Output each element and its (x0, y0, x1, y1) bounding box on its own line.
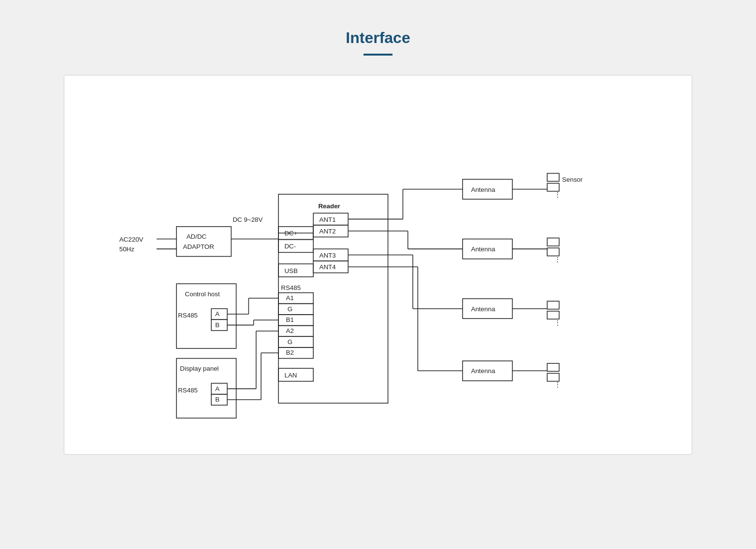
svg-rect-10 (278, 293, 313, 304)
antenna3-label: Antenna (471, 305, 495, 313)
page-title: Interface (346, 29, 410, 47)
usb-label: USB (284, 267, 298, 274)
interface-svg: AC220V 50Hz AD/DC ADAPTOR DC 9~28V Reade… (88, 95, 668, 433)
svg-rect-55 (547, 173, 559, 181)
dots2: ⋮ (554, 256, 561, 263)
b-control-label: B (215, 321, 219, 329)
rs485-reader-label: RS485 (281, 284, 301, 291)
lan-label: LAN (284, 372, 297, 379)
display-panel-label: Display panel (180, 365, 218, 372)
adaptor-bottom-label: ADAPTOR (183, 243, 214, 250)
ac220v-label: AC220V (119, 236, 144, 243)
sensor-label: Sensor (562, 176, 583, 183)
rs485-display-label: RS485 (178, 387, 198, 394)
dots1: ⋮ (554, 191, 561, 198)
a1-label: A1 (286, 294, 294, 302)
interface-diagram-container: AC220V 50Hz AD/DC ADAPTOR DC 9~28V Reade… (64, 75, 692, 455)
a-control-label: A (215, 310, 219, 318)
title-underline (363, 54, 393, 56)
ant1-label: ANT1 (320, 216, 336, 223)
control-host-label: Control host (185, 290, 220, 298)
svg-rect-13 (278, 326, 313, 337)
reader-label: Reader (318, 202, 340, 210)
dc-label: DC 9~28V (233, 216, 262, 223)
svg-rect-65 (547, 373, 559, 381)
dc-plus-label: DC+ (284, 230, 297, 237)
a2-label: A2 (286, 327, 294, 334)
svg-rect-15 (278, 347, 313, 359)
g2-label: G (288, 338, 292, 346)
antenna1-label: Antenna (471, 186, 495, 193)
ant3-label: ANT3 (320, 252, 336, 259)
antenna2-label: Antenna (471, 246, 495, 253)
b-display-label: B (215, 396, 219, 403)
ant4-label: ANT4 (320, 263, 336, 271)
g1-label: G (288, 305, 292, 313)
svg-rect-61 (547, 301, 559, 309)
dc-minus-label: DC- (284, 243, 296, 250)
svg-rect-14 (278, 336, 313, 347)
svg-rect-56 (547, 183, 559, 191)
ant2-label: ANT2 (320, 228, 336, 235)
b2-label: B2 (286, 349, 294, 356)
50hz-label: 50Hz (119, 246, 135, 253)
antenna4-label: Antenna (471, 367, 495, 375)
svg-rect-11 (278, 303, 313, 315)
b1-label: B1 (286, 316, 294, 323)
svg-rect-12 (278, 315, 313, 326)
svg-rect-58 (547, 238, 559, 246)
svg-rect-2 (176, 227, 231, 257)
dots3: ⋮ (554, 319, 561, 326)
svg-rect-59 (547, 248, 559, 256)
svg-rect-64 (547, 363, 559, 371)
dots4: ⋮ (554, 381, 561, 388)
adaptor-top-label: AD/DC (187, 233, 207, 240)
a-display-label: A (215, 385, 219, 392)
svg-rect-62 (547, 311, 559, 319)
rs485-control-label: RS485 (178, 312, 198, 319)
